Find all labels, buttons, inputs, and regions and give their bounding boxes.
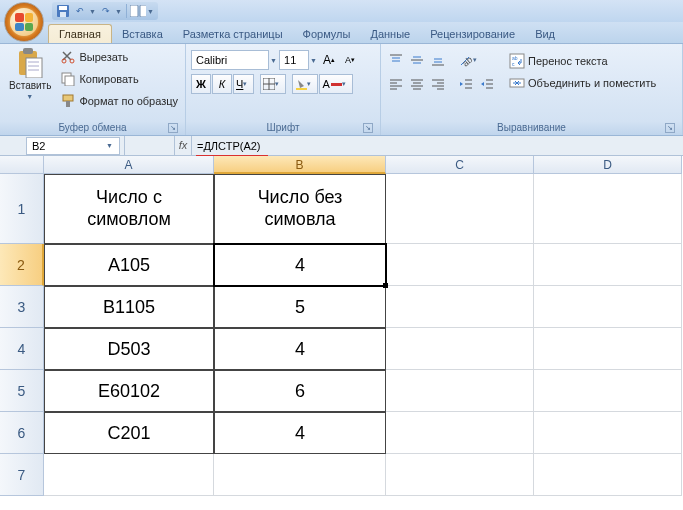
decrease-indent-button[interactable] (456, 74, 476, 94)
col-header-D[interactable]: D (534, 156, 682, 174)
paste-label: Вставить (9, 80, 51, 91)
row-header-6[interactable]: 6 (0, 412, 44, 454)
col-header-B[interactable]: B (214, 156, 386, 174)
cell-B1[interactable]: Число без симовла (214, 174, 386, 244)
tab-view[interactable]: Вид (525, 25, 565, 43)
col-header-C[interactable]: C (386, 156, 534, 174)
col-header-A[interactable]: A (44, 156, 214, 174)
format-painter-button[interactable]: Формат по образцу (58, 90, 180, 112)
cell-A4[interactable]: D503 (44, 328, 214, 370)
tab-data[interactable]: Данные (360, 25, 420, 43)
cell-D5[interactable] (534, 370, 682, 412)
cell-C1[interactable] (386, 174, 534, 244)
spreadsheet-grid: A B C D 1 Число с симовлом Число без сим… (0, 156, 683, 496)
align-middle-button[interactable] (407, 50, 427, 70)
paste-button[interactable]: Вставить ▼ (5, 46, 55, 102)
name-box-value: B2 (32, 140, 45, 152)
italic-button[interactable]: К (212, 74, 232, 94)
qat-customize[interactable]: ▼ (115, 8, 123, 15)
cut-button[interactable]: Вырезать (58, 46, 180, 68)
cell-D4[interactable] (534, 328, 682, 370)
cell-D3[interactable] (534, 286, 682, 328)
cell-B4[interactable]: 4 (214, 328, 386, 370)
row-header-2[interactable]: 2 (0, 244, 44, 286)
copy-label: Копировать (79, 73, 138, 85)
tab-pagelayout[interactable]: Разметка страницы (173, 25, 293, 43)
save-button[interactable] (55, 3, 71, 19)
cell-C6[interactable] (386, 412, 534, 454)
font-launcher[interactable]: ↘ (363, 123, 373, 133)
tab-review[interactable]: Рецензирование (420, 25, 525, 43)
borders-button[interactable]: ▾ (260, 74, 286, 94)
cell-C4[interactable] (386, 328, 534, 370)
copy-button[interactable]: Копировать (58, 68, 180, 90)
merge-button[interactable]: Объединить и поместить (507, 72, 658, 94)
cell-C2[interactable] (386, 244, 534, 286)
cell-A2[interactable]: A105 (44, 244, 214, 286)
cell-B3[interactable]: 5 (214, 286, 386, 328)
redo-button[interactable]: ↷ (98, 3, 114, 19)
shrink-font-button[interactable]: A▾ (340, 50, 360, 70)
svg-rect-2 (60, 12, 66, 17)
name-box-dropdown[interactable]: ▼ (106, 142, 114, 149)
tab-formulas[interactable]: Формулы (293, 25, 361, 43)
svg-point-12 (70, 59, 74, 63)
cell-D2[interactable] (534, 244, 682, 286)
cell-C5[interactable] (386, 370, 534, 412)
tab-home[interactable]: Главная (48, 24, 112, 43)
cell-A3[interactable]: B1105 (44, 286, 214, 328)
cell-B2[interactable]: 4 (214, 244, 386, 286)
clipboard-launcher[interactable]: ↘ (168, 123, 178, 133)
qat-extra-button[interactable] (130, 3, 146, 19)
cell-B5[interactable]: 6 (214, 370, 386, 412)
fx-button[interactable]: fx (174, 136, 192, 155)
cell-B7[interactable] (214, 454, 386, 496)
row-header-1[interactable]: 1 (0, 174, 44, 244)
align-top-button[interactable] (386, 50, 406, 70)
svg-rect-20 (296, 88, 307, 90)
bold-button[interactable]: Ж (191, 74, 211, 94)
row-header-5[interactable]: 5 (0, 370, 44, 412)
cell-A7[interactable] (44, 454, 214, 496)
cell-C7[interactable] (386, 454, 534, 496)
paste-dropdown[interactable]: ▼ (26, 93, 34, 100)
underline-button[interactable]: Ч▾ (233, 74, 254, 94)
wrap-text-button[interactable]: abc Перенос текста (507, 50, 658, 72)
formula-bar: B2 ▼ fx =ДЛСТР(A2) (0, 136, 683, 156)
orientation-button[interactable]: ab▾ (456, 50, 484, 70)
cell-D1[interactable] (534, 174, 682, 244)
cell-C3[interactable] (386, 286, 534, 328)
row-header-3[interactable]: 3 (0, 286, 44, 328)
office-button[interactable] (4, 2, 44, 42)
cell-A1[interactable]: Число с симовлом (44, 174, 214, 244)
grow-font-button[interactable]: A▴ (319, 50, 339, 70)
font-name-input[interactable] (191, 50, 269, 70)
svg-rect-14 (65, 76, 74, 86)
align-left-button[interactable] (386, 74, 406, 94)
font-color-button[interactable]: A▾ (319, 74, 352, 94)
tab-insert[interactable]: Вставка (112, 25, 173, 43)
font-name-dropdown[interactable]: ▼ (270, 57, 278, 64)
formula-input[interactable]: =ДЛСТР(A2) (192, 140, 683, 152)
align-bottom-button[interactable] (428, 50, 448, 70)
undo-button[interactable]: ↶ (72, 3, 88, 19)
cell-B6[interactable]: 4 (214, 412, 386, 454)
cell-D6[interactable] (534, 412, 682, 454)
font-size-dropdown[interactable]: ▼ (310, 57, 318, 64)
cell-A6[interactable]: C201 (44, 412, 214, 454)
row-header-7[interactable]: 7 (0, 454, 44, 496)
qat-more[interactable]: ▼ (147, 8, 155, 15)
cell-A5[interactable]: E60102 (44, 370, 214, 412)
cell-D7[interactable] (534, 454, 682, 496)
increase-indent-button[interactable] (477, 74, 497, 94)
align-center-button[interactable] (407, 74, 427, 94)
fill-color-button[interactable]: ▾ (292, 74, 318, 94)
alignment-launcher[interactable]: ↘ (665, 123, 675, 133)
undo-dropdown[interactable]: ▼ (89, 8, 97, 15)
svg-text:ab: ab (460, 54, 473, 67)
select-all-corner[interactable] (0, 156, 44, 174)
name-box[interactable]: B2 ▼ (26, 137, 120, 155)
row-header-4[interactable]: 4 (0, 328, 44, 370)
align-right-button[interactable] (428, 74, 448, 94)
font-size-input[interactable] (279, 50, 309, 70)
